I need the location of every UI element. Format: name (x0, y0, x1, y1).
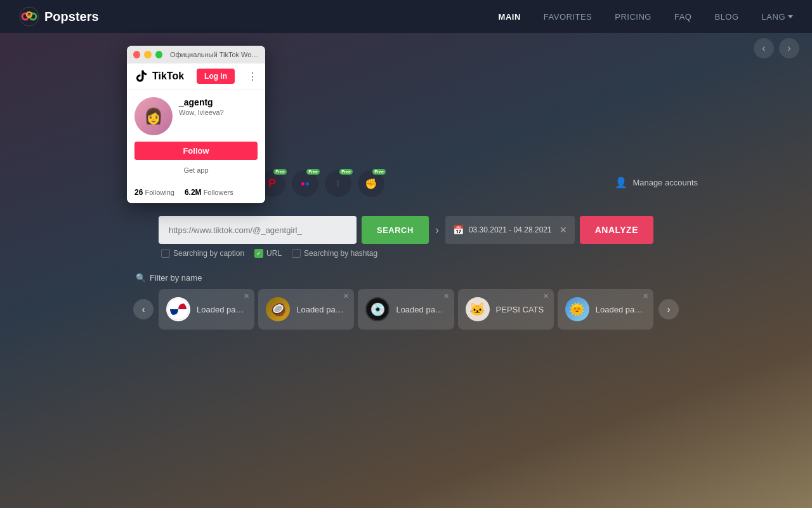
tiktok-bar: TikTok Log in ⋮ (127, 64, 265, 90)
tiktok-logo-icon (134, 69, 148, 83)
option-url: ✓ URL (254, 249, 282, 258)
page-card-4-label: PEPSI CATS (496, 305, 546, 314)
page-card-2[interactable]: 🥥 Loaded pages ✕ (258, 289, 354, 330)
tiktok-logo: TikTok (134, 69, 184, 83)
search-input[interactable] (159, 216, 357, 244)
search-section: SEARCH › 📅 03.30.2021 - 04.28.2021 ✕ ANA… (159, 216, 653, 258)
date-range-close[interactable]: ✕ (560, 225, 567, 235)
filter-text: Filter by name (150, 273, 202, 283)
profile-info: _agentg Wow, Ivleeva? (179, 97, 258, 116)
date-range-text: 03.30.2021 - 04.28.2021 (469, 225, 552, 234)
manage-accounts[interactable]: 👤 Manage accounts (615, 177, 698, 189)
followers-count: 6.2M (185, 188, 202, 197)
page-card-5-close[interactable]: ✕ (643, 293, 648, 300)
option-hashtag: Searching by hashtag (292, 249, 377, 258)
minimize-dot[interactable] (144, 51, 151, 58)
filter-icon: 🔍 (136, 273, 146, 283)
bandcamp-badge: Free (372, 169, 386, 175)
browser-popup: Официальный TikTok Wow, Ivlee... TikTok … (127, 46, 265, 203)
nav-favorites[interactable]: FAVORITES (544, 12, 593, 22)
chevron-down-icon (788, 15, 793, 18)
carousel-next-button[interactable]: › (658, 299, 679, 319)
date-range[interactable]: 📅 03.30.2021 - 04.28.2021 ✕ (445, 216, 575, 244)
page-card-4-thumb: 🐱 (466, 297, 490, 321)
logo-text: Popsters (44, 10, 99, 24)
search-button[interactable]: SEARCH (362, 216, 429, 244)
page-card-5-label: Loaded pages (596, 305, 646, 314)
page-card-3-close[interactable]: ✕ (443, 293, 449, 300)
page-card-4-close[interactable]: ✕ (543, 293, 549, 300)
page-card-3-thumb: 💿 (365, 297, 390, 321)
social-icon-flickr[interactable]: ●● Free (292, 170, 318, 197)
flickr-badge: Free (306, 169, 320, 175)
pinterest-badge: Free (273, 169, 287, 175)
avatar: 👩 (134, 97, 173, 135)
option-caption: Searching by caption (161, 249, 244, 258)
nav-blog[interactable]: BLOG (714, 12, 738, 22)
flickr-icon: ●● (301, 179, 310, 188)
get-app-link[interactable]: Get app (134, 164, 258, 177)
manage-accounts-icon: 👤 (615, 177, 627, 189)
bandcamp-icon: ✊ (365, 178, 377, 190)
browser-title: Официальный TikTok Wow, Ivlee... (170, 51, 259, 58)
maximize-dot[interactable] (155, 51, 162, 58)
caption-label: Searching by caption (173, 249, 244, 258)
manage-accounts-label: Manage accounts (632, 178, 698, 187)
nav-faq[interactable]: FAQ (674, 12, 692, 22)
profile-section: 👩 _agentg Wow, Ivleeva? Follow Get app (127, 90, 265, 184)
logo: Popsters (19, 6, 99, 27)
carousel-prev-button[interactable]: ‹ (133, 299, 154, 319)
page-card-5-thumb: 🌞 (565, 297, 589, 321)
profile-desc: Wow, Ivleeva? (179, 109, 258, 116)
url-checkbox[interactable]: ✓ (254, 249, 263, 258)
tiktok-login-button[interactable]: Log in (197, 69, 235, 84)
page-card-1-close[interactable]: ✕ (244, 293, 249, 300)
popsters-logo-icon (19, 6, 39, 27)
search-options: Searching by caption ✓ URL Searching by … (159, 249, 653, 258)
tiktok-label: TikTok (152, 70, 184, 82)
page-card-3[interactable]: 💿 Loaded pages ✕ (358, 289, 454, 330)
page-card-1-label: Loaded pages (197, 305, 247, 314)
arrow-right-icon: › (435, 224, 439, 237)
nav-pricing[interactable]: PRICING (615, 12, 652, 22)
page-card-1[interactable]: Loaded pages ✕ (159, 289, 254, 330)
carousel-items: Loaded pages ✕ 🥥 Loaded pages ✕ 💿 Loaded… (159, 289, 653, 330)
browser-content: TikTok Log in ⋮ 👩 _agentg Wow, Ivleeva? … (127, 64, 265, 203)
pinterest-icon: P (268, 177, 276, 190)
search-row: SEARCH › 📅 03.30.2021 - 04.28.2021 ✕ ANA… (159, 216, 653, 244)
calendar-icon: 📅 (453, 225, 464, 235)
analyze-button[interactable]: ANALYZE (580, 216, 653, 244)
hashtag-checkbox[interactable] (292, 249, 301, 258)
page-card-1-thumb (166, 297, 190, 321)
followers-stat: 6.2M Followers (185, 188, 233, 197)
following-stat: 26 Following (134, 188, 174, 197)
nav-lang[interactable]: LANG (762, 12, 793, 22)
url-label: URL (266, 249, 282, 258)
social-icon-bandcamp[interactable]: ✊ Free (358, 170, 384, 197)
profile-header: 👩 _agentg Wow, Ivleeva? (134, 97, 258, 135)
tiktok-menu-icon[interactable]: ⋮ (247, 70, 258, 83)
profile-username: _agentg (179, 97, 258, 107)
nav-main[interactable]: MAIN (499, 12, 521, 22)
carousel-section: 🔍 Filter by name ‹ Loaded pages ✕ (133, 273, 679, 330)
nav-items: MAIN FAVORITES PRICING FAQ BLOG LANG (499, 12, 793, 22)
close-dot[interactable] (133, 51, 140, 58)
page-card-3-label: Loaded pages (396, 305, 446, 314)
pepsi-logo-svg (167, 298, 189, 320)
page-card-2-close[interactable]: ✕ (343, 293, 349, 300)
following-count: 26 (134, 188, 143, 197)
caption-checkbox[interactable] (161, 249, 170, 258)
profile-stats: 26 Following 6.2M Followers (127, 184, 265, 203)
prev-arrow-button[interactable]: ‹ (754, 38, 774, 58)
browser-titlebar: Официальный TikTok Wow, Ivlee... (127, 46, 265, 64)
follow-button[interactable]: Follow (134, 142, 258, 160)
following-label: Following (145, 189, 174, 196)
carousel-wrapper: ‹ Loaded pages ✕ � (133, 289, 679, 330)
next-arrow-button[interactable]: › (779, 38, 799, 58)
tumblr-icon: t (336, 178, 339, 189)
page-card-2-thumb: 🥥 (266, 297, 290, 321)
page-card-5[interactable]: 🌞 Loaded pages ✕ (558, 289, 653, 330)
social-icon-tumblr[interactable]: t Free (325, 170, 351, 197)
hashtag-label: Searching by hashtag (304, 249, 377, 258)
page-card-4[interactable]: 🐱 PEPSI CATS ✕ (458, 289, 554, 330)
